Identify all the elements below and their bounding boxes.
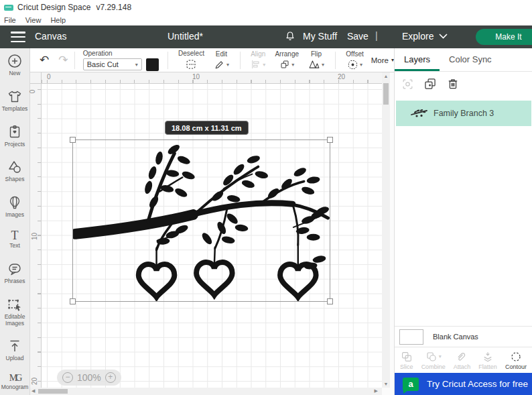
sidebar-item-shapes[interactable]: Shapes <box>0 159 29 183</box>
project-clipboard-icon <box>7 124 23 140</box>
offset-icon <box>347 59 358 70</box>
scroll-down-arrow-icon[interactable]: ▼ <box>382 382 390 386</box>
selection-bounding-box[interactable] <box>72 139 330 302</box>
window-title: Cricut Design Spacev7.29.148 <box>17 3 131 12</box>
flatten-icon <box>482 351 494 363</box>
more-button[interactable]: More▾ <box>371 56 394 64</box>
slice-icon <box>401 351 413 363</box>
editable-images-icon <box>7 296 23 313</box>
cricut-logo-icon <box>4 5 13 11</box>
zoom-out-button[interactable]: − <box>62 372 73 383</box>
left-sidebar: New Templates Projects Shapes Images T T… <box>0 48 30 395</box>
scroll-left-arrow-icon[interactable]: ◀ <box>31 388 35 394</box>
flatten-button[interactable]: Flatten <box>478 351 497 370</box>
zoom-in-button[interactable]: + <box>105 372 116 383</box>
vertical-ruler: 0 10 20 <box>30 84 42 388</box>
edit-button[interactable]: Edit ▾ <box>214 50 229 70</box>
sidebar-item-projects[interactable]: Projects <box>0 124 29 148</box>
new-plus-icon <box>7 53 23 69</box>
sidebar-item-phrases[interactable]: Phrases <box>0 261 29 285</box>
sidebar-item-text[interactable]: T Text <box>0 230 29 249</box>
group-icon[interactable] <box>401 78 414 93</box>
tab-color-sync[interactable]: Color Sync <box>440 48 501 71</box>
family-branch-artwork[interactable] <box>73 140 330 301</box>
explore-menu[interactable]: Explore <box>402 31 448 42</box>
deselect-icon <box>185 58 197 70</box>
menu-help[interactable]: Help <box>50 16 66 24</box>
hamburger-menu-icon[interactable] <box>11 32 25 42</box>
selection-dimensions-tooltip: 18.08 cm x 11.31 cm <box>165 121 249 135</box>
zoom-control: − 100% + <box>57 370 121 386</box>
nav-page-label: Canvas <box>35 31 66 42</box>
sidebar-item-images[interactable]: Images <box>0 194 29 219</box>
slice-button[interactable]: Slice <box>400 351 413 370</box>
flip-icon <box>308 59 320 70</box>
selection-handle-bottom-right[interactable] <box>327 298 333 304</box>
selection-handle-top-right[interactable] <box>327 137 333 143</box>
undo-icon[interactable]: ↶ <box>40 54 49 66</box>
edit-toolbar: ↶ ↷ Operation Basic Cut▾ Deselect Edit ▾ <box>30 48 394 72</box>
shapes-icon <box>7 159 23 175</box>
attach-button[interactable]: Attach <box>454 351 471 370</box>
upload-arrow-icon <box>7 338 23 354</box>
combine-button[interactable]: ▾ Combine <box>421 351 446 370</box>
panel-tabs: Layers Color Sync <box>395 48 532 72</box>
zoom-level: 100% <box>77 372 101 383</box>
top-nav-bar: Canvas Untitled* My Stuff Save | Explore… <box>0 25 532 48</box>
speech-bubble-icon <box>7 261 23 277</box>
menu-file[interactable]: File <box>4 16 16 24</box>
cricut-access-banner[interactable]: a Try Cricut Access for free <box>395 373 532 395</box>
contour-button[interactable]: Contour <box>505 351 527 370</box>
align-button[interactable]: Align ▾ <box>251 50 265 70</box>
sidebar-item-templates[interactable]: Templates <box>0 89 29 113</box>
deselect-button[interactable]: Deselect <box>178 50 204 70</box>
flip-button[interactable]: Flip ▾ <box>308 50 324 70</box>
selection-handle-top-left[interactable] <box>70 137 76 143</box>
arrange-button[interactable]: Arrange ▾ <box>275 50 299 70</box>
notifications-bell-icon[interactable] <box>284 30 296 45</box>
combine-icon <box>425 351 438 363</box>
document-title[interactable]: Untitled* <box>168 31 203 42</box>
horizontal-ruler: 0 10 20 <box>42 72 382 84</box>
layer-thumbnail <box>411 108 428 119</box>
scroll-right-arrow-icon[interactable]: ▶ <box>375 388 378 394</box>
sidebar-item-monogram[interactable]: MG Monogram <box>0 374 29 391</box>
selection-handle-bottom-left[interactable] <box>70 298 76 304</box>
sidebar-item-upload[interactable]: Upload <box>0 338 29 362</box>
monogram-MG-icon: MG <box>9 374 21 383</box>
make-it-button[interactable]: Make It <box>476 29 532 45</box>
menu-view[interactable]: View <box>25 16 42 24</box>
menu-bar: File View Help <box>0 15 532 25</box>
horizontal-scroll-thumb[interactable] <box>38 389 68 394</box>
sidebar-item-editable-images[interactable]: Editable Images <box>0 296 29 327</box>
sidebar-item-new[interactable]: New <box>0 53 29 77</box>
operation-group: Operation Basic Cut▾ <box>83 50 159 71</box>
vertical-scroll-thumb[interactable] <box>383 83 389 105</box>
title-bar: Cricut Design Spacev7.29.148 <box>0 0 532 15</box>
delete-trash-icon[interactable] <box>446 77 460 93</box>
horizontal-scrollbar[interactable]: ◀ ▶ <box>30 388 382 395</box>
tshirt-icon <box>7 89 23 105</box>
my-stuff-link[interactable]: My Stuff <box>303 31 337 42</box>
paperclip-icon <box>456 351 468 363</box>
redo-icon[interactable]: ↷ <box>58 54 68 66</box>
blank-canvas-row[interactable]: Blank Canvas <box>395 326 532 347</box>
color-swatch[interactable] <box>146 58 159 71</box>
ruler-corner <box>30 72 42 84</box>
cricut-access-logo-icon: a <box>403 378 419 391</box>
save-button[interactable]: Save <box>347 31 369 42</box>
layer-operations <box>401 77 460 93</box>
duplicate-icon[interactable] <box>423 77 437 93</box>
tab-layers[interactable]: Layers <box>395 48 440 71</box>
layer-item-family-branch[interactable]: Family Branch 3 <box>396 101 531 126</box>
layer-tools-row: Slice ▾ Combine Attach Flatten Contour <box>395 347 532 373</box>
layers-panel: Layers Color Sync Family Branch 3 <box>394 48 532 395</box>
vertical-scrollbar[interactable]: ▲ ▼ <box>382 72 390 388</box>
offset-button[interactable]: Offset ▾ <box>346 50 364 70</box>
hot-air-balloon-icon <box>7 194 23 211</box>
text-T-icon: T <box>11 230 19 241</box>
operation-select[interactable]: Basic Cut▾ <box>83 58 142 70</box>
scroll-up-arrow-icon[interactable]: ▲ <box>382 74 390 78</box>
align-icon <box>251 59 261 70</box>
arrange-icon <box>279 59 290 70</box>
